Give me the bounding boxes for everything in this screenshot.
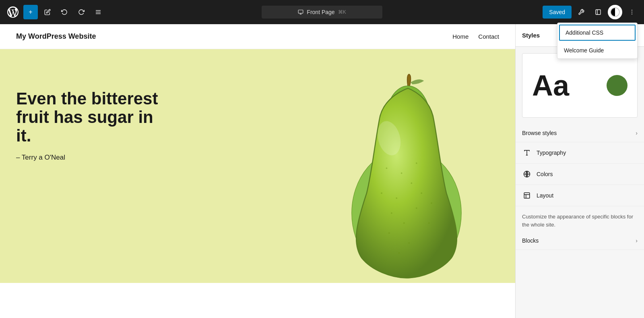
hero-title: Even the bitterest fruit has sugar in it… [16, 89, 169, 145]
hero-quote: – Terry a O'Neal [16, 154, 169, 162]
colors-label: Colors [537, 171, 638, 177]
typography-row[interactable]: Typography [516, 142, 644, 164]
hero-text: Even the bitterest fruit has sugar in it… [16, 73, 169, 162]
panel-description: Customize the appearance of specific blo… [516, 206, 644, 232]
pencil-button[interactable] [40, 5, 55, 19]
svg-point-19 [391, 212, 392, 214]
svg-point-18 [403, 222, 405, 224]
style-preview-inner: Aa [522, 63, 637, 108]
browse-styles-chevron: › [636, 130, 638, 136]
editor-canvas[interactable]: My WordPress Website Home Contact Even t… [0, 24, 515, 318]
site-header: My WordPress Website Home Contact [0, 24, 515, 49]
svg-point-14 [401, 173, 402, 174]
layout-row[interactable]: Layout [516, 185, 644, 206]
blocks-label: Blocks [522, 237, 636, 244]
keyboard-shortcut: ⌘K [338, 9, 346, 15]
redo-button[interactable] [74, 5, 89, 19]
styles-panel: Styles Additional CSS Welcome Guide [515, 24, 644, 318]
site-nav: Home Contact [452, 33, 499, 40]
svg-rect-6 [596, 10, 601, 15]
svg-point-20 [421, 192, 422, 194]
pear-illustration [322, 73, 491, 283]
typography-icon [522, 148, 532, 158]
svg-point-23 [388, 232, 390, 234]
svg-point-25 [431, 202, 432, 204]
svg-point-27 [386, 167, 388, 169]
page-title-text: Front Page [307, 9, 334, 15]
svg-point-15 [411, 183, 413, 184]
svg-point-17 [416, 207, 417, 209]
list-view-button[interactable] [91, 5, 105, 19]
wrench-button[interactable] [574, 5, 588, 19]
styles-dropdown-menu: Additional CSS Welcome Guide [557, 24, 638, 59]
layout-label: Layout [537, 192, 638, 199]
site-logo: My WordPress Website [16, 32, 96, 41]
layout-icon [522, 191, 532, 200]
blocks-row[interactable]: Blocks › [516, 232, 644, 250]
sidebar-toggle-button[interactable] [591, 5, 605, 19]
undo-button[interactable] [57, 5, 72, 19]
svg-point-9 [632, 12, 632, 12]
svg-rect-39 [524, 193, 530, 198]
main-layout: My WordPress Website Home Contact Even t… [0, 24, 644, 318]
dropdown-item-additional-css[interactable]: Additional CSS [559, 25, 636, 41]
style-preview-card[interactable]: Aa [522, 53, 638, 118]
panel-body: Aa Browse styles › Typography [516, 47, 644, 318]
site-preview: My WordPress Website Home Contact Even t… [0, 24, 515, 318]
dropdown-item-welcome-guide[interactable]: Welcome Guide [557, 42, 637, 58]
wp-logo [5, 4, 21, 20]
svg-point-28 [416, 162, 417, 164]
colors-row[interactable]: Colors [516, 164, 644, 185]
svg-point-24 [428, 222, 430, 224]
blocks-chevron: › [636, 237, 638, 244]
contrast-button[interactable] [608, 5, 622, 19]
page-title-bar[interactable]: Front Page ⌘K [262, 6, 382, 19]
svg-point-8 [632, 10, 632, 10]
nav-home[interactable]: Home [452, 33, 469, 40]
svg-point-22 [398, 252, 400, 254]
add-block-button[interactable]: + [23, 5, 38, 19]
colors-icon [522, 169, 532, 179]
toolbar: + Front Page ⌘K Saved [0, 0, 644, 24]
nav-contact[interactable]: Contact [478, 33, 499, 40]
typography-label: Typography [537, 150, 638, 156]
more-options-button[interactable] [625, 5, 639, 19]
svg-point-21 [408, 242, 410, 244]
browse-styles-row[interactable]: Browse styles › [516, 124, 644, 142]
svg-rect-3 [299, 10, 303, 13]
browse-styles-label: Browse styles [522, 130, 636, 136]
typography-preview: Aa [532, 71, 569, 100]
svg-point-26 [381, 192, 382, 194]
svg-point-16 [396, 197, 397, 199]
hero-section: Even the bitterest fruit has sugar in it… [0, 49, 515, 283]
svg-point-10 [632, 14, 632, 15]
saved-button[interactable]: Saved [543, 6, 572, 19]
color-preview-circle [607, 75, 627, 96]
contrast-icon [610, 7, 620, 17]
